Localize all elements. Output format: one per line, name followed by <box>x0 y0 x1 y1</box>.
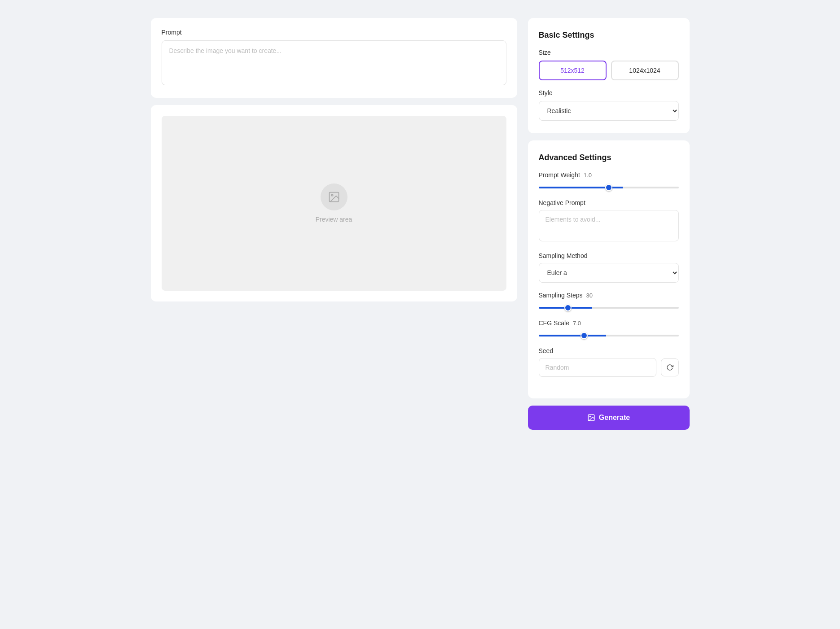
generate-button[interactable]: Generate <box>528 406 690 430</box>
generate-icon <box>587 414 595 422</box>
seed-input-row <box>539 358 679 377</box>
seed-label: Seed <box>539 347 554 354</box>
generate-btn-container: Generate <box>528 406 690 430</box>
svg-point-3 <box>589 416 590 417</box>
preview-card: Preview area <box>151 105 517 301</box>
basic-settings-title: Basic Settings <box>539 31 679 40</box>
advanced-settings-card: Advanced Settings Prompt Weight 1.0 Nega… <box>528 140 690 398</box>
size-options: 512x512 1024x1024 <box>539 61 679 80</box>
generate-btn-label: Generate <box>599 414 630 422</box>
right-panel: Basic Settings Size 512x512 1024x1024 St… <box>528 18 690 430</box>
sampling-steps-label: Sampling Steps <box>539 292 583 299</box>
size-label: Size <box>539 49 679 56</box>
preview-text: Preview area <box>316 216 352 223</box>
negative-prompt-row: Negative Prompt <box>539 199 679 243</box>
prompt-input[interactable] <box>162 40 506 85</box>
advanced-settings-title: Advanced Settings <box>539 153 679 162</box>
prompt-card: Prompt <box>151 18 517 98</box>
sampling-method-label: Sampling Method <box>539 252 588 259</box>
seed-input[interactable] <box>539 358 656 377</box>
seed-row: Seed <box>539 347 679 377</box>
sampling-method-row: Sampling Method Euler a Euler DPM++ 2M D… <box>539 252 679 283</box>
style-select[interactable]: Realistic Artistic Anime Digital Art <box>539 101 679 121</box>
sampling-method-label-row: Sampling Method <box>539 252 679 259</box>
sampling-steps-label-row: Sampling Steps 30 <box>539 292 679 299</box>
style-label: Style <box>539 89 679 96</box>
cfg-scale-row: CFG Scale 7.0 <box>539 319 679 338</box>
cfg-scale-label-row: CFG Scale 7.0 <box>539 319 679 327</box>
prompt-weight-label: Prompt Weight <box>539 171 580 179</box>
seed-label-row: Seed <box>539 347 679 354</box>
prompt-weight-label-row: Prompt Weight 1.0 <box>539 171 679 179</box>
size-1024-button[interactable]: 1024x1024 <box>611 61 679 80</box>
prompt-weight-slider[interactable] <box>539 187 679 188</box>
negative-prompt-label: Negative Prompt <box>539 199 585 206</box>
sampling-steps-slider[interactable] <box>539 307 679 309</box>
size-512-button[interactable]: 512x512 <box>539 61 607 80</box>
seed-refresh-button[interactable] <box>661 358 679 376</box>
main-container: Prompt Preview area Basic Settings Siz <box>151 18 690 430</box>
preview-icon-circle <box>321 183 347 210</box>
refresh-icon <box>666 364 673 371</box>
image-icon <box>328 191 340 203</box>
sampling-steps-value: 30 <box>586 292 593 299</box>
sampling-steps-row: Sampling Steps 30 <box>539 292 679 310</box>
prompt-weight-value: 1.0 <box>584 172 592 179</box>
prompt-weight-row: Prompt Weight 1.0 <box>539 171 679 190</box>
cfg-scale-value: 7.0 <box>573 320 581 327</box>
left-panel: Prompt Preview area <box>151 18 517 430</box>
negative-prompt-input[interactable] <box>539 210 679 241</box>
negative-prompt-label-row: Negative Prompt <box>539 199 679 206</box>
basic-settings-card: Basic Settings Size 512x512 1024x1024 St… <box>528 18 690 133</box>
svg-point-1 <box>331 194 333 196</box>
preview-area: Preview area <box>162 116 506 291</box>
cfg-scale-slider[interactable] <box>539 335 679 336</box>
sampling-method-select[interactable]: Euler a Euler DPM++ 2M DDIM <box>539 263 679 283</box>
cfg-scale-label: CFG Scale <box>539 319 569 327</box>
prompt-label: Prompt <box>162 29 506 36</box>
